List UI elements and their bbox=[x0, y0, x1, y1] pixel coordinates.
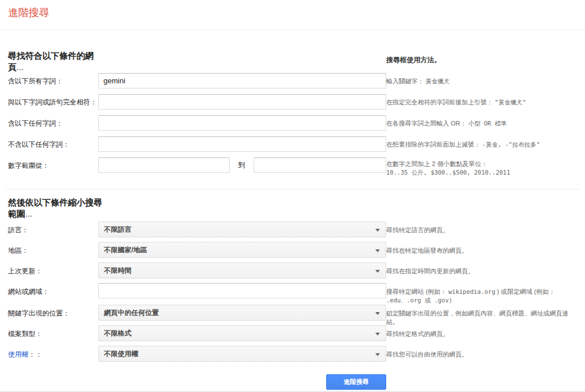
file-type-select-value: 不限格式 bbox=[104, 329, 131, 338]
usage-rights-select-value: 不限使用權 bbox=[104, 349, 138, 359]
usage-rights-row: 使用權：： 不限使用權 尋找您可以自由使用的網頁。 bbox=[8, 346, 579, 366]
exact-phrase-help: 在指定完全相符的字詞前後加上引號： "黃金獵犬" bbox=[386, 94, 579, 107]
dropdown-arrow-icon bbox=[375, 353, 380, 356]
terms-appearing-label: 關鍵字出現的位置： bbox=[8, 305, 98, 318]
find-section: 尋找符合以下條件的網頁... 搜尋框使用方法。 含以下所有字詞： 輸入關鍵字： … bbox=[0, 50, 585, 179]
site-domain-input[interactable] bbox=[98, 283, 386, 298]
last-update-row: 上次更新： 不限時間 尋找在指定時間內更新的網頁。 bbox=[8, 262, 579, 283]
narrow-section: 然後依以下條件縮小搜尋範圍... 語言： 不限語言 尋找特定語言的網頁。 地區：… bbox=[0, 197, 585, 390]
terms-appearing-select-value: 網頁中的任何位置 bbox=[104, 308, 159, 318]
dropdown-arrow-icon bbox=[375, 333, 380, 336]
site-domain-row: 網站或網域： 搜尋特定網站 (例如： wikipedia.org ) 或限定網域… bbox=[8, 283, 579, 305]
searchbox-help-heading: 搜尋框使用方法。 bbox=[386, 50, 579, 73]
language-select-value: 不限語言 bbox=[104, 225, 131, 235]
advanced-search-button[interactable]: 進階搜尋 bbox=[326, 374, 386, 390]
exact-phrase-label: 與以下字詞或語句完全相符： bbox=[8, 94, 98, 107]
file-type-row: 檔案類型： 不限格式 尋找特定格式的網頁。 bbox=[8, 325, 579, 346]
none-words-input[interactable] bbox=[98, 136, 386, 152]
advanced-search-page: 進階搜尋 尋找符合以下條件的網頁... 搜尋框使用方法。 含以下所有字詞： 輸入… bbox=[0, 0, 585, 392]
heading-ellipsis: ... bbox=[17, 62, 24, 72]
any-words-help: 在各搜尋字詞之間輸入 OR： 小型 OR 標準 bbox=[386, 115, 579, 128]
language-label: 語言： bbox=[8, 221, 98, 235]
usage-rights-label: 使用權：： bbox=[8, 346, 98, 359]
language-help: 尋找特定語言的網頁。 bbox=[386, 221, 579, 235]
region-label: 地區： bbox=[8, 242, 98, 255]
site-domain-help: 搜尋特定網站 (例如： wikipedia.org ) 或限定網域 (例如： .… bbox=[386, 283, 579, 305]
site-domain-label: 網站或網域： bbox=[8, 283, 98, 296]
find-section-header: 尋找符合以下條件的網頁... 搜尋框使用方法。 bbox=[8, 50, 579, 73]
last-update-select-value: 不限時間 bbox=[104, 266, 131, 276]
find-section-heading: 尋找符合以下條件的網頁... bbox=[8, 50, 101, 73]
dropdown-arrow-icon bbox=[375, 229, 380, 232]
top-divider bbox=[0, 30, 585, 30]
number-from-input[interactable] bbox=[98, 157, 230, 173]
dropdown-arrow-icon bbox=[375, 312, 380, 315]
number-range-help: 在數字之間加上 2 個小數點及單位：10..35 公斤, $300..$500,… bbox=[386, 157, 579, 177]
narrow-section-heading: 然後依以下條件縮小搜尋範圍... bbox=[8, 197, 105, 220]
number-range-label: 數字範圍從： bbox=[8, 157, 98, 170]
any-words-label: 含以下任何字詞： bbox=[8, 115, 98, 128]
number-range-separator: 到 bbox=[230, 157, 254, 173]
none-words-label: 不含以下任何字詞： bbox=[8, 136, 98, 149]
region-select[interactable]: 不限國家/地區 bbox=[98, 242, 386, 258]
last-update-help: 尋找在指定時間內更新的網頁。 bbox=[386, 262, 579, 276]
terms-appearing-select[interactable]: 網頁中的任何位置 bbox=[98, 305, 386, 321]
none-words-row: 不含以下任何字詞： 在想要排除的字詞前面加上減號： -黃金, -"拉布拉多" bbox=[8, 136, 579, 157]
page-title: 進階搜尋 bbox=[0, 0, 585, 19]
all-words-row: 含以下所有字詞： 輸入關鍵字： 黃金獵犬 bbox=[8, 73, 579, 94]
narrow-section-header: 然後依以下條件縮小搜尋範圍... bbox=[8, 197, 579, 220]
number-range-row: 數字範圍從： 到 在數字之間加上 2 個小數點及單位：10..35 公斤, $3… bbox=[8, 157, 579, 179]
usage-rights-select[interactable]: 不限使用權 bbox=[98, 346, 386, 362]
section-divider bbox=[6, 189, 579, 189]
dropdown-arrow-icon bbox=[375, 249, 380, 252]
all-words-label: 含以下所有字詞： bbox=[8, 73, 98, 86]
exact-phrase-row: 與以下字詞或語句完全相符： 在指定完全相符的字詞前後加上引號： "黃金獵犬" bbox=[8, 94, 579, 115]
last-update-label: 上次更新： bbox=[8, 262, 98, 276]
button-row: 進階搜尋 bbox=[8, 374, 579, 390]
all-words-help: 輸入關鍵字： 黃金獵犬 bbox=[386, 73, 579, 86]
region-select-value: 不限國家/地區 bbox=[104, 245, 147, 255]
number-to-input[interactable] bbox=[254, 157, 386, 173]
any-words-input[interactable] bbox=[98, 115, 386, 131]
none-words-help: 在想要排除的字詞前面加上減號： -黃金, -"拉布拉多" bbox=[386, 136, 579, 149]
file-type-select[interactable]: 不限格式 bbox=[98, 325, 386, 341]
region-row: 地區： 不限國家/地區 尋找在特定地區發布的網頁。 bbox=[8, 242, 579, 262]
language-row: 語言： 不限語言 尋找特定語言的網頁。 bbox=[8, 221, 579, 242]
any-words-row: 含以下任何字詞： 在各搜尋字詞之間輸入 OR： 小型 OR 標準 bbox=[8, 115, 579, 136]
all-words-input[interactable] bbox=[98, 73, 386, 88]
file-type-label: 檔案類型： bbox=[8, 325, 98, 338]
exact-phrase-input[interactable] bbox=[98, 94, 386, 110]
terms-appearing-row: 關鍵字出現的位置： 網頁中的任何位置 鎖定關鍵字出現的位置，例如網頁內容、網頁標… bbox=[8, 305, 579, 325]
usage-rights-help: 尋找您可以自由使用的網頁。 bbox=[386, 346, 579, 359]
last-update-select[interactable]: 不限時間 bbox=[98, 262, 386, 278]
language-select[interactable]: 不限語言 bbox=[98, 221, 386, 237]
dropdown-arrow-icon bbox=[375, 270, 380, 273]
region-help: 尋找在特定地區發布的網頁。 bbox=[386, 242, 579, 255]
heading-ellipsis: ... bbox=[25, 209, 33, 219]
file-type-help: 尋找特定格式的網頁。 bbox=[386, 325, 579, 338]
usage-rights-link[interactable]: 使用權 bbox=[8, 350, 29, 358]
terms-appearing-help: 鎖定關鍵字出現的位置，例如網頁內容、網頁標題、網址或網頁連結。 bbox=[386, 305, 579, 326]
